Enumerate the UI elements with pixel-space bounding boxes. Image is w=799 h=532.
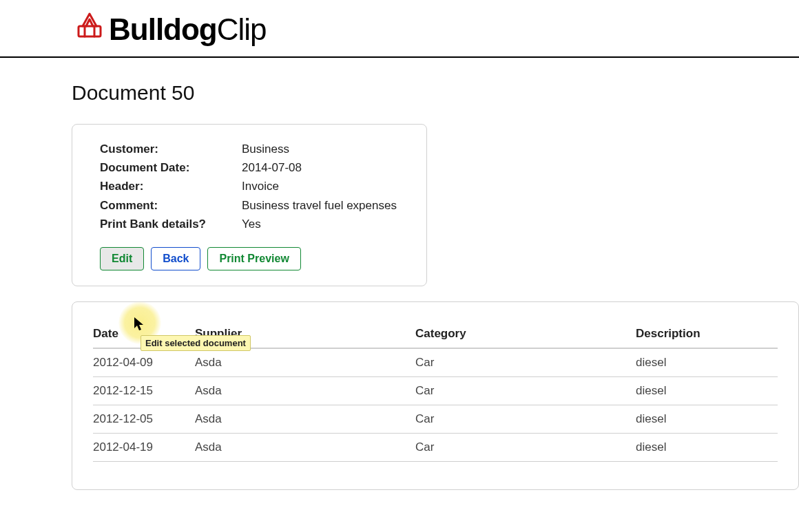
cell-description: diesel	[636, 348, 778, 377]
detail-value: Business	[242, 140, 410, 158]
logo-text: BulldogClip	[109, 12, 267, 47]
app-logo: BulldogClip	[74, 10, 267, 47]
cell-supplier: Asda	[195, 348, 415, 377]
detail-key: Header:	[100, 177, 242, 195]
document-details-panel: Customer: Business Document Date: 2014-0…	[72, 124, 427, 286]
cell-category: Car	[415, 433, 636, 461]
print-preview-button[interactable]: Print Preview	[207, 247, 300, 270]
cell-category: Car	[415, 405, 636, 433]
detail-row: Comment: Business travel fuel expenses	[100, 196, 410, 215]
svg-rect-0	[79, 26, 101, 36]
col-header-description: Description	[636, 321, 778, 348]
cell-supplier: Asda	[195, 433, 415, 461]
col-header-category: Category	[415, 321, 636, 348]
bulldog-clip-icon	[74, 10, 105, 40]
cell-date: 2012-12-15	[93, 376, 195, 405]
cell-supplier: Asda	[195, 376, 415, 405]
page-title: Document 50	[72, 81, 799, 105]
cell-supplier: Asda	[195, 405, 415, 433]
detail-key: Print Bank details?	[100, 215, 242, 233]
detail-value: Invoice	[242, 177, 410, 195]
cell-description: diesel	[636, 405, 778, 433]
edit-button[interactable]: Edit	[100, 247, 144, 270]
cell-date: 2012-04-19	[93, 433, 195, 461]
detail-key: Document Date:	[100, 158, 242, 177]
back-button[interactable]: Back	[151, 247, 200, 270]
detail-row: Header: Invoice	[100, 177, 410, 195]
cell-date: 2012-04-09	[93, 348, 195, 377]
table-row: 2012-04-09 Asda Car diesel	[93, 348, 778, 377]
table-row: 2012-12-05 Asda Car diesel	[93, 405, 778, 433]
detail-key: Comment:	[100, 196, 242, 215]
detail-value: Yes	[242, 215, 410, 233]
detail-row: Customer: Business	[100, 140, 410, 158]
cell-date: 2012-12-05	[93, 405, 195, 433]
edit-tooltip: Edit selected document	[141, 335, 251, 351]
table-row: 2012-04-19 Asda Car diesel	[93, 433, 778, 461]
cell-description: diesel	[636, 433, 778, 461]
line-items-panel: Date Supplier Category Description 2012-…	[72, 301, 799, 490]
app-header: BulldogClip	[0, 0, 799, 58]
detail-row: Document Date: 2014-07-08	[100, 158, 410, 177]
cell-category: Car	[415, 348, 636, 377]
logo-text-bold: Bulldog	[109, 12, 217, 46]
cell-description: diesel	[636, 376, 778, 405]
logo-text-thin: Clip	[217, 12, 267, 46]
detail-row: Print Bank details? Yes	[100, 215, 410, 233]
detail-key: Customer:	[100, 140, 242, 158]
detail-value: 2014-07-08	[242, 158, 410, 177]
detail-value: Business travel fuel expenses	[242, 196, 410, 215]
cell-category: Car	[415, 376, 636, 405]
table-row: 2012-12-15 Asda Car diesel	[93, 376, 778, 405]
